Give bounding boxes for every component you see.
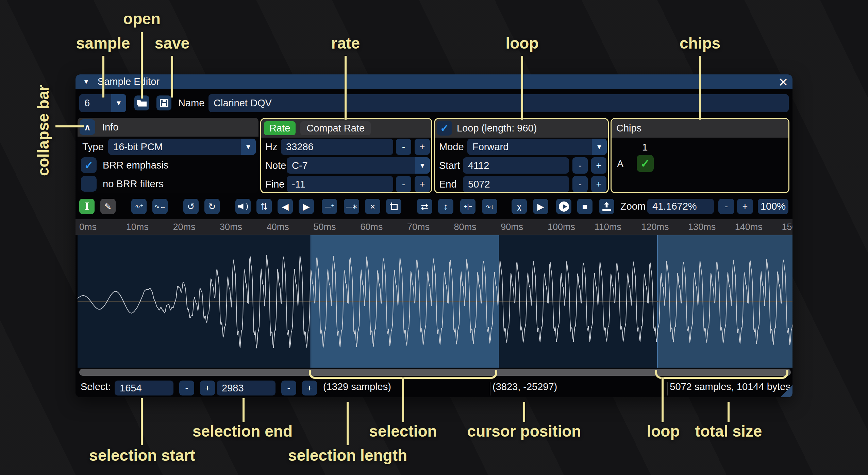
- annotation-loop-bottom-label: loop: [647, 422, 680, 440]
- fine-minus-button[interactable]: -: [396, 176, 411, 192]
- compat-rate-tab[interactable]: Compat Rate: [300, 121, 371, 135]
- fine-plus-button[interactable]: +: [415, 176, 430, 192]
- loop-panel: ✓ Loop (length: 960) Mode Forward ▼ Star…: [434, 118, 609, 193]
- play-button[interactable]: [556, 199, 571, 214]
- loop-enable-checkbox[interactable]: ✓: [437, 121, 452, 136]
- annotation-total-size-label: total size: [695, 422, 762, 440]
- chips-panel: Chips 1 A ✓: [611, 118, 789, 193]
- time-ruler-label: 100ms: [548, 222, 575, 232]
- chevron-down-icon[interactable]: ▼: [111, 94, 126, 112]
- zoom-out-button[interactable]: -: [718, 199, 734, 214]
- rate-panel-header: Rate Compat Rate: [261, 119, 431, 138]
- annotation-open-line: [141, 32, 143, 99]
- annotation-sample-label: sample: [76, 34, 130, 52]
- note-label: Note: [265, 157, 286, 174]
- selection-start-minus-button[interactable]: -: [179, 381, 194, 395]
- annotation-selection-line: [402, 378, 404, 422]
- fine-input[interactable]: -11: [287, 176, 393, 192]
- trim-button[interactable]: [386, 199, 401, 214]
- total-size-text: 5072 samples, 10144 bytes: [670, 381, 790, 392]
- time-ruler-label: 0ms: [79, 222, 97, 232]
- zoom-input[interactable]: 41.1672%: [647, 199, 714, 214]
- floppy-save-icon: [160, 99, 168, 107]
- note-dropdown[interactable]: C-7 ▼: [287, 157, 430, 174]
- fade-in-button[interactable]: ◀: [278, 199, 293, 214]
- time-ruler-label: 30ms: [220, 222, 242, 232]
- apply-silence-button[interactable]: —∗: [344, 199, 359, 214]
- type-value: 16-bit PCM: [108, 141, 163, 153]
- selection-length-text: (1329 samples): [323, 381, 391, 392]
- selection-start-plus-button[interactable]: +: [200, 381, 215, 395]
- no-brr-filters-label: no BRR filters: [103, 176, 164, 192]
- annotation-selection-start-line: [141, 398, 143, 445]
- no-brr-filters-checkbox[interactable]: ✓: [81, 176, 97, 192]
- export-sample-button[interactable]: [599, 199, 614, 214]
- reverse-icon: ⇄: [421, 202, 429, 211]
- loop-end-minus-button[interactable]: -: [572, 176, 588, 192]
- chip-enable-checkbox[interactable]: ✓: [637, 155, 654, 172]
- window-titlebar[interactable]: ▼ Sample Editor ×: [76, 74, 792, 89]
- crossfade-loop-button[interactable]: χ: [512, 199, 527, 214]
- zoom-in-button[interactable]: +: [737, 199, 753, 214]
- loop-end-plus-button[interactable]: +: [591, 176, 606, 192]
- time-ruler-label: 120ms: [641, 222, 669, 232]
- resample-button[interactable]: ∿↔: [152, 199, 168, 214]
- invert-button[interactable]: ↨: [438, 199, 453, 214]
- select-tool-button[interactable]: I: [79, 199, 95, 214]
- chevron-down-icon[interactable]: ▼: [241, 139, 256, 155]
- insert-silence-button[interactable]: —⁺: [322, 199, 337, 214]
- loop-start-plus-button[interactable]: +: [591, 157, 606, 174]
- selection-end-plus-button[interactable]: +: [302, 381, 317, 395]
- waveform-view[interactable]: [78, 235, 792, 368]
- loop-start-minus-button[interactable]: -: [572, 157, 588, 174]
- loop-end-input[interactable]: 5072: [463, 176, 569, 192]
- window-collapse-icon[interactable]: ▼: [83, 78, 89, 86]
- selection-start-input[interactable]: 1654: [115, 381, 173, 395]
- info-panel: ∧ Info Type 16-bit PCM ▼ ✓ BRR emphasis …: [78, 118, 258, 193]
- loop-mode-dropdown[interactable]: Forward ▼: [467, 139, 607, 155]
- type-dropdown[interactable]: 16-bit PCM ▼: [108, 139, 256, 155]
- signed-unsigned-button[interactable]: +|−: [460, 199, 475, 214]
- resize-button[interactable]: ∿⁺: [131, 199, 147, 214]
- select-label: Select:: [81, 381, 111, 392]
- amplify-button[interactable]: [235, 199, 251, 214]
- speaker-icon: [238, 203, 248, 211]
- loop-start-value: 4112: [463, 160, 489, 171]
- hz-plus-button[interactable]: +: [415, 139, 430, 155]
- chips-panel-header: Chips: [612, 119, 788, 138]
- mode-label: Mode: [439, 139, 464, 155]
- loop-start-input[interactable]: 4112: [463, 157, 569, 174]
- close-icon[interactable]: ×: [779, 75, 788, 89]
- selection-end-minus-button[interactable]: -: [281, 381, 296, 395]
- sample-name-input[interactable]: Clarinet DQV: [208, 94, 789, 112]
- brr-emphasis-checkbox[interactable]: ✓: [81, 157, 97, 173]
- normalize-button[interactable]: ⇅: [256, 199, 272, 214]
- chevron-down-icon[interactable]: ▼: [415, 157, 430, 174]
- apply-filter-button[interactable]: ∿↓: [482, 199, 497, 214]
- rate-tab-active[interactable]: Rate: [264, 121, 296, 135]
- resize-icon: ∿⁺: [135, 203, 143, 210]
- undo-button[interactable]: ↺: [183, 199, 199, 214]
- time-ruler-label: 20ms: [173, 222, 195, 232]
- annotation-loop-line: [521, 56, 523, 120]
- hz-minus-button[interactable]: -: [396, 139, 411, 155]
- annotation-selection-length-label: selection length: [288, 446, 407, 464]
- zoom-reset-button[interactable]: 100%: [758, 199, 788, 214]
- annotation-save-line: [171, 56, 173, 98]
- redo-button[interactable]: ↻: [204, 199, 220, 214]
- fade-out-button[interactable]: ▶: [299, 199, 314, 214]
- draw-tool-button[interactable]: ✎: [100, 199, 116, 214]
- stop-button[interactable]: ■: [577, 199, 592, 214]
- chevron-down-icon[interactable]: ▼: [592, 139, 607, 155]
- time-ruler-label: 60ms: [360, 222, 383, 232]
- save-sample-button[interactable]: [156, 95, 171, 110]
- info-panel-header: ∧ Info: [78, 118, 258, 137]
- preview-sample-button[interactable]: ▶: [533, 199, 548, 214]
- selection-end-input[interactable]: 2983: [217, 381, 276, 395]
- reverse-button[interactable]: ⇄: [417, 199, 432, 214]
- hz-input[interactable]: 33286: [281, 139, 393, 155]
- rate-panel: Rate Compat Rate Hz 33286 - + Note C-7 ▼…: [260, 118, 432, 193]
- delete-button[interactable]: ×: [365, 199, 380, 214]
- delete-icon: ×: [370, 202, 375, 211]
- chip-row-label: A: [617, 155, 623, 173]
